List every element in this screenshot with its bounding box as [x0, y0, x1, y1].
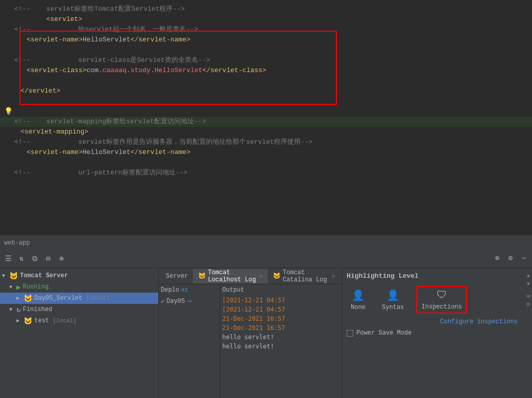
- panels-row: ▼ 🐱 Tomcat Server ▼ ▶ Running ► 🐱 Day05_…: [0, 268, 532, 398]
- configure-inspections-link[interactable]: Configure inspections: [440, 318, 518, 325]
- editor-line: <servlet-class>com.caaaaq.study.HelloSer…: [0, 65, 532, 76]
- tree-item-finished[interactable]: ▼ ↻ Finished: [0, 304, 158, 315]
- line-text: <!-- 给servlet起一个别名，一般是类名-->: [12, 25, 532, 35]
- highlight-option-inspections[interactable]: 🛡 Inspections: [416, 286, 467, 314]
- tree-item-tomcat[interactable]: ▼ 🐱 Tomcat Server: [0, 270, 158, 281]
- output-column: Output [2021-12-21 04:57 [2021-12-21 04:…: [220, 284, 342, 398]
- bottom-panel: ⊕ ⚙ — ☰ ⇅ ⧉ ⊟ ⊕ ▼ 🐱 Tomcat Server ▼ ▶ Ru…: [0, 250, 532, 398]
- minimize-button[interactable]: —: [518, 252, 530, 264]
- line-text: [12, 106, 532, 117]
- editor-line: <!-- servlet标签给Tomcat配置Servlet程序-->: [0, 4, 532, 14]
- finished-icon: ↻: [16, 305, 20, 314]
- tab-close-icon[interactable]: ✕: [260, 273, 263, 279]
- power-save-row: Power Save Mode: [347, 329, 528, 337]
- deploy-arrow: →: [187, 297, 192, 306]
- expand-icon[interactable]: ☰: [2, 253, 14, 265]
- output-line: 21-Dec-2021 16:57: [222, 314, 340, 323]
- expand-all-icon[interactable]: ⇅: [15, 253, 28, 265]
- tab-close-icon[interactable]: ✕: [332, 273, 335, 279]
- server-tabs-panel: Server 🐱 Tomcat Localhost Log ✕ 🐱 Tomcat…: [159, 268, 343, 398]
- filter-icon[interactable]: ⊟: [42, 253, 54, 265]
- highlighting-title: Highlighting Level: [347, 272, 528, 280]
- scroll-up-button[interactable]: ▲: [525, 272, 532, 279]
- tree-item-day05[interactable]: ► 🐱 Day05_Servlet [local]: [0, 293, 158, 304]
- tree-item-running[interactable]: ▼ ▶ Running: [0, 281, 158, 293]
- tab-icon: 🐱: [273, 272, 281, 280]
- line-text: <servlet-mapping>: [12, 127, 532, 137]
- expand-arrow: ►: [16, 296, 24, 301]
- output-line: hello servlet!: [222, 333, 340, 342]
- settings-button[interactable]: ⚙: [504, 252, 517, 264]
- line-text: </servlet>: [12, 86, 532, 96]
- editor-line: <!-- servlet-class是Servlet类的全类名-->: [0, 55, 532, 65]
- option-label: Syntax: [382, 304, 404, 311]
- bulb-icon: 💡: [4, 106, 12, 117]
- output-line: hello servlet!: [222, 342, 340, 351]
- editor-line: [0, 96, 532, 106]
- deploy-count[interactable]: ≡1: [181, 287, 188, 293]
- line-text: <!-- servlet标签作用是告诉服务器，当前配置的地址给那个servlet…: [12, 137, 532, 147]
- breadcrumb: web-app: [0, 235, 532, 250]
- running-icon: ▶: [16, 283, 20, 292]
- deploy-name: Day05: [166, 298, 185, 305]
- tab-server[interactable]: Server: [161, 269, 193, 283]
- toolbar-row: ⊕ ⚙ — ☰ ⇅ ⧉ ⊟ ⊕: [0, 250, 532, 268]
- editor-line: [0, 158, 532, 168]
- scroll-right-button[interactable]: ≫: [525, 293, 532, 300]
- tree-label: Day05_Servlet [local]: [34, 295, 110, 302]
- add-icon[interactable]: ⊕: [55, 253, 68, 265]
- scroll-buttons: ▲ ▼ ≫ ⊞: [525, 272, 532, 308]
- line-text: <servlet>: [12, 14, 532, 25]
- highlight-option-syntax[interactable]: 👤 Syntax: [378, 287, 408, 313]
- tabs-bar: Server 🐱 Tomcat Localhost Log ✕ 🐱 Tomcat…: [159, 268, 342, 284]
- editor-area: <!-- servlet标签给Tomcat配置Servlet程序--> <ser…: [0, 0, 532, 235]
- tree-label: Finished: [23, 306, 52, 313]
- global-buttons-area: ⊕ ⚙ —: [489, 250, 532, 266]
- line-text: <servlet-name>HelloServlet</servlet-name…: [12, 35, 532, 45]
- highlighting-panel: Highlighting Level 👤 None 👤 Syntax 🛡 Ins…: [343, 268, 532, 398]
- highlight-option-none[interactable]: 👤 None: [347, 287, 370, 313]
- editor-line: <!-- servlet标签作用是告诉服务器，当前配置的地址给那个servlet…: [0, 137, 532, 147]
- deploy-item[interactable]: ✔ Day05 →: [161, 296, 218, 307]
- editor-line: <!-- 给servlet起一个别名，一般是类名-->: [0, 25, 532, 35]
- configure-link-container: Configure inspections: [347, 318, 528, 325]
- add-global-button[interactable]: ⊕: [491, 252, 503, 264]
- breadcrumb-text: web-app: [4, 239, 30, 247]
- server-content: Deplo ≡1 ✔ Day05 → Output [2021-12-21 04…: [159, 284, 342, 398]
- editor-line: [0, 76, 532, 86]
- tree-label: Tomcat Server: [20, 272, 68, 279]
- editor-line: </servlet>: [0, 86, 532, 96]
- output-content: [2021-12-21 04:57 [2021-12-21 04:57 21-D…: [222, 296, 340, 351]
- expand-arrow: ►: [16, 318, 24, 324]
- scroll-jump-button[interactable]: ⊞: [525, 301, 532, 308]
- tree-item-test[interactable]: ► 🐱 test [local]: [0, 315, 158, 326]
- editor-line: <servlet>: [0, 14, 532, 25]
- tree-label: test [local]: [34, 317, 76, 324]
- test-icon: 🐱: [24, 317, 32, 325]
- expand-arrow: ▼: [2, 273, 9, 279]
- option-label: None: [351, 304, 366, 311]
- editor-line: <servlet-mapping>: [0, 127, 532, 137]
- scroll-down-button[interactable]: ▼: [525, 280, 532, 288]
- deploy-label: Deplo: [161, 286, 179, 294]
- inspections-icon: 🛡: [437, 289, 447, 301]
- line-text: [12, 158, 532, 168]
- line-text: <!-- url-pattern标签配置访问地址-->: [12, 168, 532, 178]
- tree-icon[interactable]: ⧉: [29, 253, 41, 265]
- editor-line: <!-- servlet-mapping标签给servlet配置访问地址-->: [0, 117, 532, 127]
- tab-label: Server: [166, 273, 188, 280]
- output-line: [2021-12-21 04:57: [222, 296, 340, 305]
- editor-line: [0, 45, 532, 55]
- expand-arrow: ▼: [9, 284, 16, 290]
- line-text: [12, 45, 532, 55]
- expand-arrow: ▼: [9, 307, 16, 313]
- tab-label: Tomcat Localhost Log: [208, 269, 257, 283]
- output-header: Output: [222, 286, 340, 294]
- tab-tomcat-catalina[interactable]: 🐱 Tomcat Catalina Log ✕: [268, 269, 340, 283]
- tab-tomcat-localhost[interactable]: 🐱 Tomcat Localhost Log ✕: [193, 269, 268, 283]
- editor-line: <!-- url-pattern标签配置访问地址-->: [0, 168, 532, 178]
- servlet-icon: 🐱: [24, 294, 32, 303]
- editor-line: <servlet-name>HelloServlet</servlet-name…: [0, 35, 532, 45]
- power-save-checkbox[interactable]: [347, 330, 353, 337]
- editor-line: <servlet-name>HelloServlet</servlet-name…: [0, 147, 532, 158]
